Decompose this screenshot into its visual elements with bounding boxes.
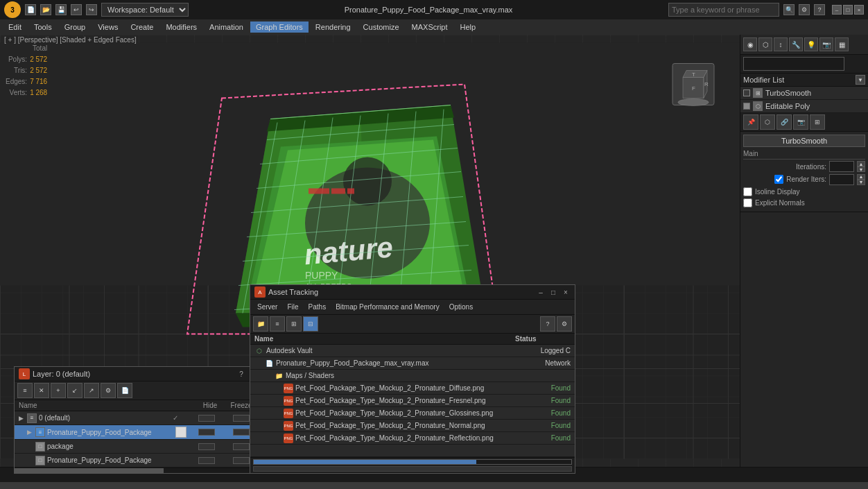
iterations-input[interactable]: 0 [829, 161, 854, 172]
undo-button[interactable]: ↩ [71, 4, 82, 15]
asset-menu-server[interactable]: Server [253, 302, 281, 312]
layer-col-hide: Hide [196, 402, 224, 409]
asset-status-glossines: Found [515, 409, 571, 417]
explicit-normals-checkbox[interactable] [743, 198, 752, 207]
asset-name-normal: Pet_Food_Package_Type_Mockup_2_Pronature… [295, 422, 515, 429]
rp-icon-1[interactable]: ◉ [743, 37, 757, 51]
menu-help[interactable]: Help [455, 22, 482, 33]
isoline-checkbox[interactable] [743, 187, 752, 196]
iterations-up[interactable]: ▲ [857, 161, 865, 166]
menu-customize[interactable]: Customize [358, 22, 405, 33]
rp-icon-3[interactable]: ↕ [774, 37, 788, 51]
layer-row-package[interactable]: □ package [15, 440, 263, 454]
menu-views[interactable]: Views [92, 22, 123, 33]
menu-edit[interactable]: Edit [3, 22, 27, 33]
mod-grid-button[interactable]: ⊞ [810, 114, 825, 130]
rp-icon-5[interactable]: 💡 [804, 37, 818, 51]
layer-tb-props[interactable]: 📄 [117, 383, 132, 398]
layer-check-box-1[interactable] [175, 427, 186, 438]
render-iters-input[interactable]: 2 [829, 174, 854, 185]
menu-tools[interactable]: Tools [28, 22, 58, 33]
menu-maxscript[interactable]: MAXScript [406, 22, 453, 33]
save-button[interactable]: 💾 [55, 4, 67, 15]
iterations-down[interactable]: ▼ [857, 166, 865, 172]
modifier-editable-poly[interactable]: ⬡ Editable Poly [740, 100, 868, 113]
menu-group[interactable]: Group [59, 22, 92, 33]
layer-tb-add[interactable]: + [51, 383, 66, 398]
asset-tb-list[interactable]: ≡ [270, 316, 285, 332]
modifier-list-dropdown[interactable]: ▼ [856, 75, 865, 85]
open-button[interactable]: 📂 [40, 4, 51, 15]
layer-row-pronature2[interactable]: □ Pronature_Puppy_Food_Package [15, 454, 263, 467]
asset-row-fresnel[interactable]: PNG Pet_Food_Package_Type_Mockup_2_Prona… [250, 395, 575, 407]
asset-tb-help[interactable]: ? [540, 316, 555, 332]
help-icon[interactable]: ? [814, 4, 825, 15]
workspace-selector[interactable]: Workspace: Default [101, 3, 189, 17]
mod-pin-button[interactable]: 📌 [743, 114, 758, 130]
layer-tb-layers[interactable]: ≡ [17, 383, 33, 398]
modifier-toolbar: 📌 ⬡ 🔗 📷 ⊞ [740, 113, 868, 132]
asset-row-normal[interactable]: PNG Pet_Food_Package_Type_Mockup_2_Prona… [250, 420, 575, 432]
rp-icon-6[interactable]: 📷 [819, 37, 833, 51]
modifier-turbosmooth[interactable]: ⊞ TurboSmooth [740, 87, 868, 100]
mod-chain-button[interactable]: 🔗 [776, 114, 792, 130]
menu-graph-editors[interactable]: Graph Editors [250, 22, 309, 33]
render-iters-down[interactable]: ▼ [857, 180, 865, 185]
modifier-enable-light-2[interactable] [743, 103, 750, 110]
asset-toolbar: 📁 ≡ ⊞ ⊟ ? ⚙ [250, 315, 575, 334]
rp-icon-7[interactable]: ▦ [835, 37, 849, 51]
menu-rendering[interactable]: Rendering [310, 22, 356, 33]
layer-expand-0[interactable]: ▶ [19, 415, 27, 422]
asset-panel-close[interactable]: × [561, 287, 571, 297]
layer-expand-1[interactable]: ▶ [27, 429, 35, 436]
asset-menu-file[interactable]: File [283, 302, 302, 312]
close-button[interactable]: × [854, 5, 864, 15]
rp-icon-4[interactable]: 🔧 [789, 37, 803, 51]
modifier-enable-light-1[interactable] [743, 89, 750, 96]
render-iters-up[interactable]: ▲ [857, 174, 865, 180]
asset-menu-bitmap-perf[interactable]: Bitmap Performance and Memory [331, 302, 444, 312]
menu-create[interactable]: Create [125, 22, 159, 33]
asset-tb-path[interactable]: 📁 [253, 316, 268, 332]
asset-panel-maximize[interactable]: □ [548, 287, 558, 297]
asset-row-maxfile[interactable]: 📄 Pronature_Puppy_Food_Package_max_vray.… [250, 357, 575, 370]
mod-box-button[interactable]: ⬡ [760, 114, 775, 130]
maximize-button[interactable]: □ [843, 5, 853, 15]
asset-menu-paths[interactable]: Paths [304, 302, 331, 312]
layer-scrollbar[interactable] [15, 467, 263, 473]
settings-icon[interactable]: ⚙ [799, 4, 810, 15]
layer-panel-help[interactable]: ? [236, 369, 246, 379]
rp-icon-2[interactable]: ⬡ [758, 37, 772, 51]
asset-row-diffuse[interactable]: PNG Pet_Food_Package_Type_Mockup_2_Prona… [250, 382, 575, 395]
layer-tb-move-out[interactable]: ↗ [84, 383, 99, 398]
asset-row-glossines[interactable]: PNG Pet_Food_Package_Type_Mockup_2_Prona… [250, 407, 575, 420]
turbosmooth-icon: ⊞ [753, 88, 763, 98]
search-icon[interactable]: 🔍 [783, 4, 795, 15]
layer-tb-move-in[interactable]: ↙ [67, 383, 83, 398]
new-button[interactable]: 📄 [25, 4, 36, 15]
layer-tb-delete[interactable]: ✕ [34, 383, 49, 398]
modifier-list-header: Modifier List ▼ [740, 74, 868, 87]
minimize-button[interactable]: – [832, 5, 842, 15]
layer-scrollbar-thumb[interactable] [15, 468, 164, 473]
mod-camera-button[interactable]: 📷 [793, 114, 808, 130]
layer-name-2: package [47, 443, 189, 450]
asset-tb-settings[interactable]: ⚙ [557, 316, 572, 332]
menu-modifiers[interactable]: Modifiers [160, 22, 202, 33]
redo-button[interactable]: ↪ [86, 4, 97, 15]
menu-animation[interactable]: Animation [204, 22, 249, 33]
search-input[interactable] [668, 3, 779, 17]
object-name-input[interactable]: package [743, 57, 844, 71]
editable-poly-icon: ⬡ [753, 101, 763, 111]
layer-tb-options[interactable]: ⚙ [101, 383, 116, 398]
asset-row-vault[interactable]: ⬡ Autodesk Vault Logged C [250, 345, 575, 357]
asset-tb-table[interactable]: ⊟ [303, 316, 318, 332]
asset-row-reflection[interactable]: PNG Pet_Food_Package_Type_Mockup_2_Prona… [250, 432, 575, 445]
asset-panel-minimize[interactable]: – [536, 287, 546, 297]
asset-menu-options[interactable]: Options [445, 302, 477, 312]
asset-row-maps[interactable]: 📁 Maps / Shaders [250, 370, 575, 382]
asset-tb-grid[interactable]: ⊞ [286, 316, 302, 332]
layer-row-0-default[interactable]: ▶ ≡ 0 (default) ✓ [15, 411, 263, 425]
layer-row-pronature[interactable]: ▶ ≡ Pronature_Puppy_Food_Package [15, 425, 263, 440]
render-iters-checkbox[interactable] [774, 175, 783, 184]
